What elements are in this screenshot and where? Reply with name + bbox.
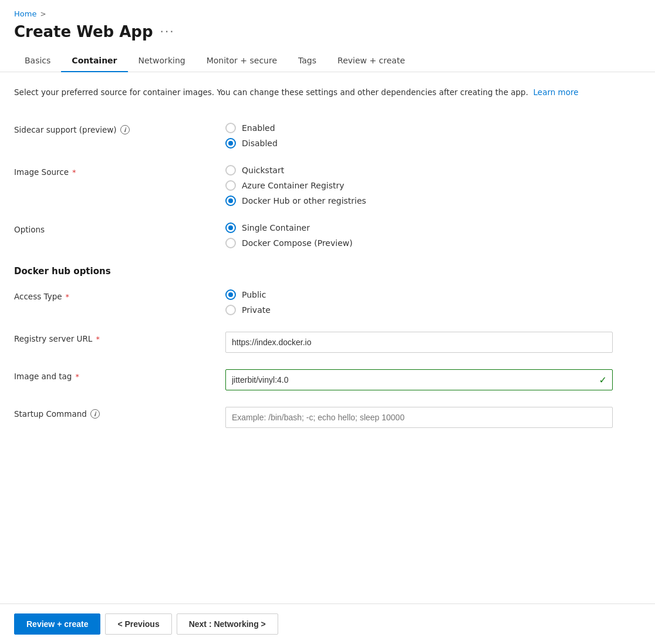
image-tag-input-wrapper: ✓ — [225, 369, 613, 390]
image-source-row: Image Source * Quickstart Azure Containe… — [14, 157, 641, 214]
page-header: Create Web App ··· — [0, 21, 655, 50]
sidecar-control: Enabled Disabled — [225, 123, 641, 149]
startup-command-info-icon[interactable]: i — [90, 409, 100, 419]
tab-container[interactable]: Container — [61, 50, 127, 72]
access-private-option[interactable]: Private — [225, 305, 641, 315]
sidecar-enabled-option[interactable]: Enabled — [225, 123, 641, 133]
registry-url-label: Registry server URL * — [14, 332, 225, 343]
tab-monitor[interactable]: Monitor + secure — [196, 50, 288, 72]
image-acr-option[interactable]: Azure Container Registry — [225, 180, 641, 191]
access-private-radio[interactable] — [225, 305, 236, 315]
registry-url-row: Registry server URL * — [14, 323, 641, 361]
docker-compose-radio[interactable] — [225, 238, 236, 248]
image-quickstart-radio[interactable] — [225, 165, 236, 176]
access-type-label: Access Type * — [14, 289, 225, 301]
sidecar-disabled-option[interactable]: Disabled — [225, 138, 641, 149]
access-type-required: * — [66, 292, 70, 301]
next-networking-button[interactable]: Next : Networking > — [177, 613, 278, 635]
breadcrumb: Home > — [0, 0, 655, 21]
tabs-bar: Basics Container Networking Monitor + se… — [0, 50, 655, 72]
image-tag-label: Image and tag * — [14, 369, 225, 381]
sidecar-info-icon[interactable]: i — [120, 125, 130, 134]
tab-tags[interactable]: Tags — [288, 50, 327, 72]
sidecar-row: Sidecar support (preview) i Enabled Disa… — [14, 114, 641, 157]
access-type-row: Access Type * Public Private — [14, 281, 641, 323]
options-label: Options — [14, 222, 225, 234]
content-area: Select your preferred source for contain… — [0, 72, 655, 603]
startup-command-input[interactable] — [225, 407, 613, 428]
startup-command-row: Startup Command i — [14, 399, 641, 436]
page-wrapper: Home > Create Web App ··· Basics Contain… — [0, 0, 655, 644]
single-container-option[interactable]: Single Container — [225, 222, 641, 233]
more-options-icon[interactable]: ··· — [160, 25, 175, 39]
image-dockerhub-radio[interactable] — [225, 195, 236, 206]
startup-command-label: Startup Command i — [14, 407, 225, 419]
review-create-button[interactable]: Review + create — [14, 613, 100, 635]
breadcrumb-home[interactable]: Home — [14, 9, 36, 18]
image-tag-input[interactable] — [225, 369, 613, 390]
access-public-radio[interactable] — [225, 289, 236, 300]
tab-basics[interactable]: Basics — [14, 50, 61, 72]
learn-more-link[interactable]: Learn more — [534, 87, 579, 97]
options-control: Single Container Docker Compose (Preview… — [225, 222, 641, 248]
image-tag-row: Image and tag * ✓ — [14, 361, 641, 399]
image-tag-control: ✓ — [225, 369, 641, 390]
image-quickstart-option[interactable]: Quickstart — [225, 165, 641, 176]
docker-compose-option[interactable]: Docker Compose (Preview) — [225, 238, 641, 248]
image-tag-required: * — [75, 372, 79, 381]
image-dockerhub-option[interactable]: Docker Hub or other registries — [225, 195, 641, 206]
sidecar-disabled-radio[interactable] — [225, 138, 236, 149]
image-source-label: Image Source * — [14, 165, 225, 177]
previous-button[interactable]: < Previous — [105, 613, 171, 635]
sidecar-enabled-radio[interactable] — [225, 123, 236, 133]
image-source-control: Quickstart Azure Container Registry Dock… — [225, 165, 641, 206]
startup-command-control — [225, 407, 641, 428]
sidecar-label: Sidecar support (preview) i — [14, 123, 225, 134]
access-public-option[interactable]: Public — [225, 289, 641, 300]
image-source-required: * — [72, 168, 76, 177]
single-container-radio[interactable] — [225, 222, 236, 233]
options-row: Options Single Container Docker Compose … — [14, 214, 641, 257]
access-type-control: Public Private — [225, 289, 641, 315]
docker-hub-heading: Docker hub options — [14, 266, 641, 277]
image-tag-check-icon: ✓ — [599, 375, 607, 386]
tab-networking[interactable]: Networking — [128, 50, 196, 72]
registry-url-control — [225, 332, 641, 353]
registry-url-required: * — [96, 335, 100, 343]
breadcrumb-separator: > — [40, 10, 46, 18]
description-text: Select your preferred source for contain… — [14, 86, 624, 98]
tab-review-create[interactable]: Review + create — [327, 50, 416, 72]
page-title: Create Web App — [14, 23, 153, 41]
form-section: Sidecar support (preview) i Enabled Disa… — [14, 114, 641, 436]
registry-url-input[interactable] — [225, 332, 613, 353]
docker-hub-section: Docker hub options — [14, 257, 641, 281]
image-acr-radio[interactable] — [225, 180, 236, 191]
footer-bar: Review + create < Previous Next : Networ… — [0, 603, 655, 644]
